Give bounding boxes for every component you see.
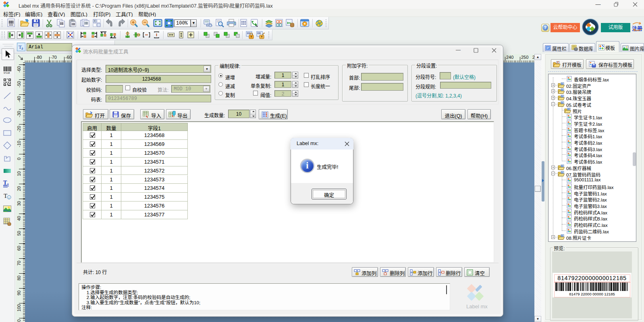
svg-text:a: a: [21, 46, 23, 50]
svg-text:T: T: [4, 193, 7, 199]
svg-text:97108: 97108: [4, 72, 10, 74]
svg-text:a: a: [7, 182, 9, 186]
